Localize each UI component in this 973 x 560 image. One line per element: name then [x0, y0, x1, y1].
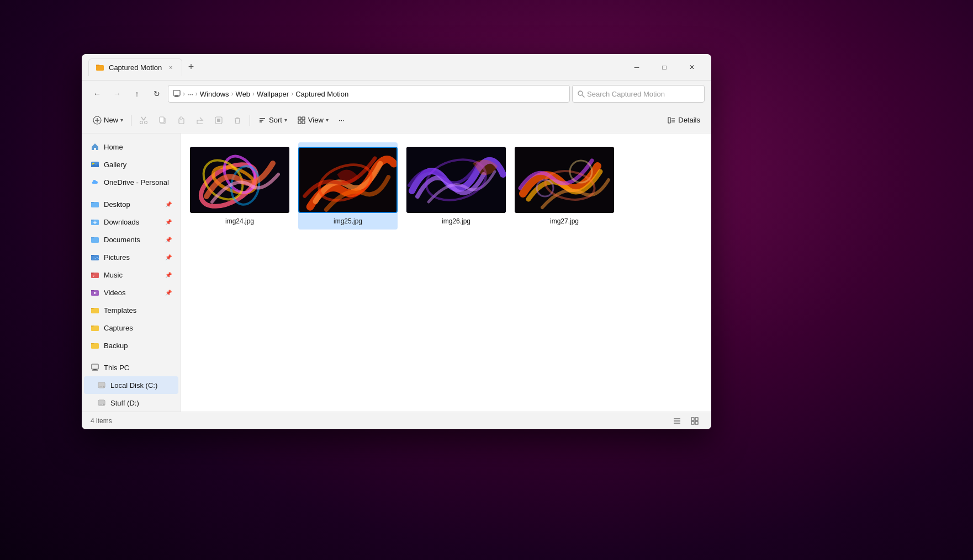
sidebar-item-onedrive[interactable]: OneDrive - Personal	[84, 173, 178, 191]
svg-rect-25	[298, 121, 301, 124]
pictures-folder-icon	[91, 253, 99, 262]
toolbar-sep-1	[131, 115, 131, 126]
rename-button[interactable]	[210, 111, 228, 129]
breadcrumb-wallpaper[interactable]: Wallpaper	[257, 90, 289, 98]
explorer-window: Captured Motion × + ─ □ ✕ ← → ↑ ↻ › ··· …	[82, 54, 711, 429]
delete-button[interactable]	[229, 111, 246, 129]
sidebar-item-backup[interactable]: Backup	[84, 337, 178, 354]
view-button[interactable]: View ▾	[293, 111, 333, 129]
nav-bar: ← → ↑ ↻ › ··· › Windows › Web › Wallpape…	[82, 81, 711, 107]
close-button[interactable]: ✕	[679, 58, 705, 76]
title-bar: Captured Motion × + ─ □ ✕	[82, 54, 711, 81]
disk-c-icon	[97, 381, 106, 390]
breadcrumb-captured-motion[interactable]: Captured Motion	[295, 90, 348, 98]
pin-icon-downloads: 📌	[165, 219, 172, 225]
computer-icon	[91, 363, 99, 372]
sidebar-item-home[interactable]: Home	[84, 138, 178, 156]
delete-icon	[233, 116, 242, 125]
new-button[interactable]: New ▾	[88, 111, 128, 129]
sidebar-item-documents[interactable]: Documents 📌	[84, 231, 178, 248]
sidebar-item-music[interactable]: ♪ Music 📌	[84, 266, 178, 284]
main-content: Home Gallery OneDrive -	[82, 134, 711, 412]
tab-title: Captured Motion	[109, 63, 162, 72]
sidebar-item-videos[interactable]: Videos 📌	[84, 284, 178, 301]
file-thumb-img25	[298, 147, 398, 213]
svg-point-49	[103, 386, 105, 388]
more-button[interactable]: ···	[334, 111, 349, 129]
address-sep-2: ›	[195, 90, 198, 98]
new-tab-button[interactable]: +	[182, 58, 200, 76]
file-name-img25: img25.jpg	[334, 217, 362, 225]
svg-rect-75	[695, 418, 698, 420]
breadcrumb-web[interactable]: Web	[236, 90, 251, 98]
details-icon	[667, 116, 676, 125]
search-icon	[577, 90, 585, 98]
svg-rect-24	[302, 117, 305, 120]
forward-button[interactable]: →	[108, 85, 126, 103]
cut-button[interactable]	[135, 111, 152, 129]
captures-folder-icon	[91, 323, 99, 332]
sidebar-item-pictures[interactable]: Pictures 📌	[84, 248, 178, 266]
sidebar-item-gallery[interactable]: Gallery	[84, 156, 178, 173]
documents-folder-icon	[91, 235, 99, 244]
sort-button[interactable]: Sort ▾	[253, 111, 292, 129]
file-thumb-img24	[190, 147, 289, 213]
search-box[interactable]: Search Captured Motion	[572, 85, 705, 103]
address-bar[interactable]: › ··· › Windows › Web › Wallpaper › Capt…	[168, 85, 570, 103]
file-name-img26: img26.jpg	[442, 217, 470, 225]
disk-d-icon	[97, 398, 106, 407]
pin-icon-videos: 📌	[165, 290, 172, 296]
sidebar-item-stuff-d[interactable]: Stuff (D:)	[84, 394, 178, 412]
item-count: 4 items	[91, 417, 112, 425]
pin-icon-documents: 📌	[165, 237, 172, 243]
paste-button[interactable]	[172, 111, 190, 129]
file-item-img24[interactable]: img24.jpg	[190, 142, 289, 230]
active-tab[interactable]: Captured Motion ×	[88, 58, 182, 76]
refresh-button[interactable]: ↻	[148, 85, 166, 103]
details-button[interactable]: Details	[663, 111, 705, 129]
file-item-img27[interactable]: img27.jpg	[515, 142, 614, 230]
backup-folder-icon	[91, 341, 99, 350]
sidebar-gap-1	[82, 191, 181, 195]
minimize-button[interactable]: ─	[624, 58, 649, 76]
file-name-img27: img27.jpg	[550, 217, 579, 225]
address-sep-1: ›	[183, 90, 185, 98]
sidebar-item-captures[interactable]: Captures	[84, 319, 178, 337]
music-folder-icon: ♪	[91, 270, 99, 279]
share-button[interactable]	[191, 111, 209, 129]
up-button[interactable]: ↑	[128, 85, 146, 103]
svg-rect-23	[298, 117, 301, 120]
sidebar-item-this-pc[interactable]: This PC	[84, 359, 178, 376]
search-placeholder: Search Captured Motion	[587, 90, 665, 98]
sidebar-item-local-disk-c[interactable]: Local Disk (C:)	[84, 376, 178, 394]
file-thumb-img26	[406, 147, 506, 213]
grid-view-button[interactable]	[687, 414, 702, 428]
paste-icon	[177, 116, 186, 125]
view-toggles	[669, 414, 702, 428]
pin-icon-music: 📌	[165, 272, 172, 278]
file-item-img26[interactable]: img26.jpg	[406, 142, 506, 230]
breadcrumb-windows[interactable]: Windows	[200, 90, 229, 98]
svg-rect-44	[92, 364, 98, 369]
file-item-img25[interactable]: img25.jpg	[298, 142, 398, 230]
onedrive-icon	[91, 178, 99, 186]
sidebar: Home Gallery OneDrive -	[82, 134, 181, 412]
sidebar-item-downloads[interactable]: Downloads 📌	[84, 213, 178, 231]
copy-button[interactable]	[154, 111, 171, 129]
svg-line-6	[583, 95, 585, 98]
file-grid: img24.jpg img	[181, 134, 711, 412]
tab-close-button[interactable]: ×	[166, 63, 175, 72]
maximize-button[interactable]: □	[652, 58, 677, 76]
toolbar: New ▾	[82, 107, 711, 134]
share-icon	[195, 116, 204, 125]
address-sep-5: ›	[291, 90, 293, 98]
breadcrumb-dots[interactable]: ···	[187, 90, 193, 98]
back-button[interactable]: ←	[88, 85, 106, 103]
list-view-button[interactable]	[669, 414, 685, 428]
svg-point-5	[578, 91, 583, 95]
sidebar-item-desktop[interactable]: Desktop 📌	[84, 195, 178, 213]
rename-icon	[214, 116, 223, 125]
sidebar-item-templates[interactable]: Templates	[84, 301, 178, 319]
file-thumb-img27	[515, 147, 614, 213]
window-controls: ─ □ ✕	[624, 58, 705, 76]
